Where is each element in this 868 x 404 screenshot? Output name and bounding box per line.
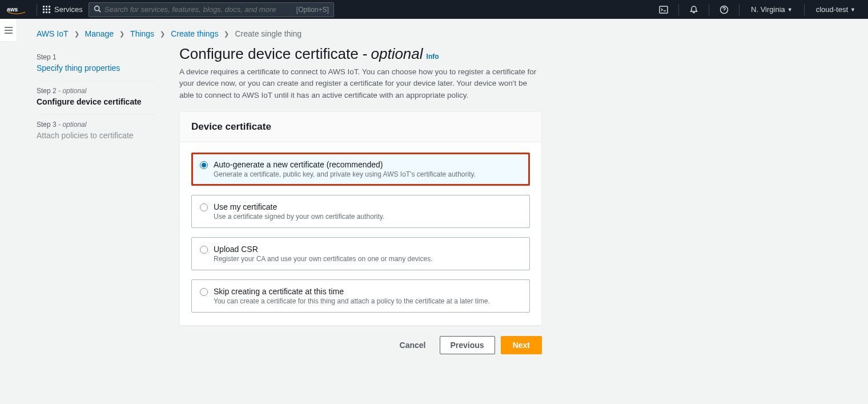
services-grid-icon bbox=[43, 6, 51, 14]
svg-rect-8 bbox=[46, 11, 47, 13]
step-label: Configure device certificate bbox=[37, 97, 156, 106]
previous-button[interactable]: Previous bbox=[440, 336, 495, 354]
radio-title: Auto-generate a new certificate (recomme… bbox=[214, 160, 476, 169]
region-label: N. Virginia bbox=[751, 5, 785, 14]
account-label: cloud-test bbox=[816, 5, 848, 14]
radio-desc: Use a certificate signed by your own cer… bbox=[214, 213, 384, 221]
global-search[interactable]: [Option+S] bbox=[89, 2, 334, 17]
breadcrumb-manage[interactable]: Manage bbox=[85, 29, 114, 38]
nav-divider bbox=[804, 4, 805, 15]
chevron-right-icon: ❯ bbox=[160, 30, 165, 38]
step-num-text: Step 3 bbox=[37, 121, 57, 129]
chevron-right-icon: ❯ bbox=[119, 30, 124, 38]
svg-rect-1 bbox=[43, 6, 45, 7]
radio-use-my-certificate[interactable]: Use my certificate Use a certificate sig… bbox=[191, 195, 530, 228]
radio-icon bbox=[200, 203, 208, 211]
svg-point-10 bbox=[94, 6, 99, 10]
top-nav: aws Services [Option+S] N. Virginia ▼ cl… bbox=[0, 0, 868, 19]
breadcrumb-things[interactable]: Things bbox=[130, 29, 154, 38]
nav-divider bbox=[678, 4, 679, 15]
next-button[interactable]: Next bbox=[501, 336, 542, 354]
cancel-button[interactable]: Cancel bbox=[392, 336, 434, 354]
panel-header: Device certificate bbox=[180, 112, 541, 142]
optional-tag: - optional bbox=[58, 121, 86, 129]
region-selector[interactable]: N. Virginia ▼ bbox=[745, 5, 798, 14]
radio-title: Upload CSR bbox=[214, 245, 433, 254]
device-certificate-panel: Device certificate Auto-generate a new c… bbox=[179, 111, 542, 326]
step-num: Step 1 bbox=[37, 53, 156, 61]
wizard-buttons: Cancel Previous Next bbox=[179, 336, 542, 354]
step-3: Step 3 - optional Attach policies to cer… bbox=[37, 115, 156, 148]
chevron-down-icon: ▼ bbox=[787, 7, 793, 13]
radio-icon bbox=[200, 288, 208, 296]
services-label: Services bbox=[54, 5, 83, 14]
svg-rect-6 bbox=[49, 9, 50, 10]
wizard-steps: Step 1 Specify thing properties Step 2 -… bbox=[37, 45, 156, 148]
step-label: Specify thing properties bbox=[37, 63, 156, 73]
step-num-text: Step 2 bbox=[37, 87, 57, 95]
nav-divider bbox=[709, 4, 709, 15]
radio-icon bbox=[200, 161, 208, 169]
info-link[interactable]: Info bbox=[427, 53, 439, 61]
page-title: Configure device certificate - optional … bbox=[179, 45, 542, 63]
radio-desc: Generate a certificate, public key, and … bbox=[214, 170, 476, 178]
radio-skip-certificate[interactable]: Skip creating a certificate at this time… bbox=[191, 279, 530, 313]
optional-tag: - optional bbox=[58, 87, 86, 95]
svg-rect-2 bbox=[46, 6, 47, 7]
svg-rect-5 bbox=[46, 9, 47, 10]
cloudshell-icon[interactable] bbox=[654, 5, 673, 14]
radio-desc: Register your CA and use your own certif… bbox=[214, 255, 433, 263]
account-menu[interactable]: cloud-test ▼ bbox=[810, 5, 861, 14]
radio-auto-generate[interactable]: Auto-generate a new certificate (recomme… bbox=[191, 153, 530, 186]
svg-rect-12 bbox=[660, 6, 668, 13]
page-title-text: Configure device certificate - bbox=[179, 45, 367, 63]
radio-title: Skip creating a certificate at this time bbox=[214, 287, 490, 296]
sidebar-toggle[interactable] bbox=[0, 19, 17, 42]
step-num: Step 2 - optional bbox=[37, 87, 156, 95]
svg-text:aws: aws bbox=[7, 6, 18, 12]
breadcrumb-aws-iot[interactable]: AWS IoT bbox=[37, 29, 69, 38]
wizard-content: Configure device certificate - optional … bbox=[179, 45, 542, 354]
step-num: Step 3 - optional bbox=[37, 121, 156, 129]
breadcrumb-create-things[interactable]: Create things bbox=[171, 29, 218, 38]
chevron-right-icon: ❯ bbox=[224, 30, 229, 38]
search-icon bbox=[94, 5, 101, 14]
svg-line-11 bbox=[99, 10, 101, 11]
aws-logo[interactable]: aws bbox=[7, 5, 26, 14]
radio-title: Use my certificate bbox=[214, 202, 384, 211]
help-icon[interactable] bbox=[715, 5, 733, 14]
notifications-icon[interactable] bbox=[685, 5, 703, 14]
chevron-right-icon: ❯ bbox=[74, 30, 79, 38]
nav-divider bbox=[739, 4, 740, 15]
step-2: Step 2 - optional Configure device certi… bbox=[37, 81, 156, 115]
search-input[interactable] bbox=[105, 5, 296, 14]
radio-upload-csr[interactable]: Upload CSR Register your CA and use your… bbox=[191, 237, 530, 270]
svg-rect-3 bbox=[49, 6, 50, 7]
services-menu[interactable]: Services bbox=[43, 5, 83, 14]
search-shortcut: [Option+S] bbox=[296, 6, 329, 14]
step-label: Attach policies to certificate bbox=[37, 131, 156, 140]
radio-desc: You can create a certificate for this th… bbox=[214, 297, 490, 305]
step-1[interactable]: Step 1 Specify thing properties bbox=[37, 47, 156, 81]
nav-divider bbox=[37, 4, 37, 15]
svg-rect-4 bbox=[43, 9, 45, 10]
svg-rect-7 bbox=[43, 11, 45, 13]
page-description: A device requires a certificate to conne… bbox=[179, 66, 542, 101]
breadcrumb-current: Create single thing bbox=[235, 29, 302, 38]
svg-rect-9 bbox=[49, 11, 50, 13]
page-title-optional: optional bbox=[371, 45, 423, 63]
chevron-down-icon: ▼ bbox=[850, 7, 855, 13]
radio-icon bbox=[200, 246, 208, 254]
breadcrumb: AWS IoT ❯ Manage ❯ Things ❯ Create thing… bbox=[17, 19, 868, 45]
